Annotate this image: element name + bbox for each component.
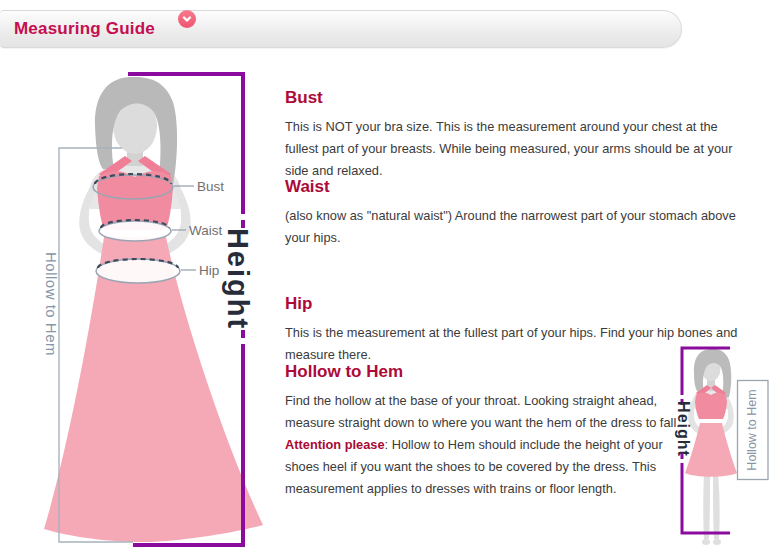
hollow-to-hem-vertical-label-large: Hollow to Hem: [43, 252, 60, 356]
measuring-diagram-large: Bust Waist Hip Hollow to Hem Height: [30, 64, 270, 553]
hip-tape-line: [96, 259, 180, 283]
height-vertical-label-small: Height: [675, 401, 692, 457]
waist-tape-line: [99, 220, 171, 241]
measuring-guide-header: Measuring Guide: [0, 10, 682, 48]
waist-heading: Waist: [285, 177, 736, 197]
hollow-to-hem-section: Hollow to Hem Find the hollow at the bas…: [285, 362, 680, 500]
attention-please-label: Attention please: [285, 437, 385, 452]
hollow-to-hem-heading: Hollow to Hem: [285, 362, 680, 382]
hollow-to-hem-description: Find the hollow at the base of your thro…: [285, 390, 680, 500]
bust-heading: Bust: [285, 88, 732, 108]
hollow-to-hem-bracket-small: Hollow to Hem: [738, 381, 769, 480]
hollow-to-hem-vertical-label-small: Hollow to Hem: [745, 389, 759, 470]
bust-diagram-label: Bust: [197, 179, 224, 194]
height-vertical-label-large: Height: [222, 228, 254, 330]
bust-section: Bust This is NOT your bra size. This is …: [285, 88, 732, 182]
bust-description: This is NOT your bra size. This is the m…: [285, 116, 732, 182]
waist-diagram-label: Waist: [189, 223, 222, 238]
measuring-diagram-small: Height Hollow to Hem: [660, 335, 778, 553]
hip-diagram-label: Hip: [199, 263, 219, 278]
chevron-down-icon: [181, 13, 193, 25]
page-title: Measuring Guide: [0, 19, 155, 39]
collapse-section-button[interactable]: [178, 10, 196, 28]
dress-illustration-small: [685, 349, 737, 545]
waist-description: (also know as "natural waist") Around th…: [285, 205, 736, 249]
waist-section: Waist (also know as "natural waist") Aro…: [285, 177, 736, 249]
hip-heading: Hip: [285, 294, 737, 314]
